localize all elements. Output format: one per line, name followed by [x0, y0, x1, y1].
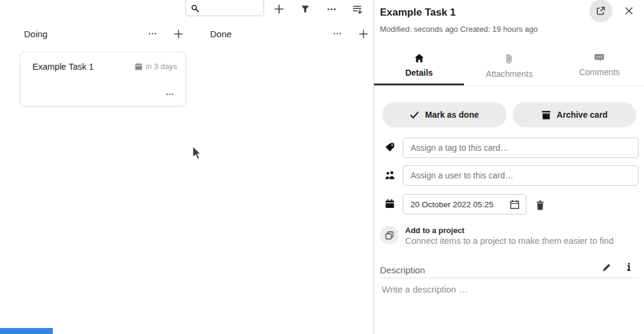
- tab-comments[interactable]: Comments: [555, 48, 644, 85]
- info-icon: [627, 263, 631, 272]
- column-done-menu-button[interactable]: [331, 28, 344, 40]
- archive-card-label: Archive card: [557, 110, 608, 120]
- external-link-icon: [596, 6, 606, 16]
- column-doing-add-button[interactable]: [172, 28, 185, 40]
- check-icon: [410, 111, 419, 119]
- progress-indicator: [0, 328, 53, 334]
- search-box[interactable]: [185, 0, 264, 16]
- add-to-project-subtitle: Connect items to a project to make them …: [405, 236, 613, 246]
- tab-attachments-label: Attachments: [486, 69, 533, 79]
- plus-icon: [358, 29, 369, 39]
- kanban-board: Doing Done Example Task 1 in 3 days: [0, 0, 373, 334]
- mark-as-done-button[interactable]: Mark as done: [382, 102, 507, 127]
- plus-icon: [173, 29, 184, 39]
- pencil-icon: [602, 263, 612, 272]
- column-title-done: Done: [210, 29, 232, 39]
- edit-description-button[interactable]: [600, 261, 614, 274]
- due-date-field[interactable]: 20 October 2022 05:25: [403, 194, 526, 214]
- add-card-button[interactable]: [272, 2, 286, 16]
- add-to-project-row[interactable]: Add to a project Connect items to a proj…: [380, 223, 638, 246]
- project-icon: [380, 226, 399, 244]
- tag-icon: [385, 142, 395, 153]
- archive-icon: [541, 111, 551, 120]
- column-doing-menu-button[interactable]: [146, 28, 159, 40]
- description-divider: [380, 278, 639, 278]
- mouse-cursor: [190, 145, 203, 162]
- description-label: Description: [380, 265, 425, 275]
- users-icon: [385, 171, 396, 180]
- view-options-icon: [352, 4, 363, 14]
- panel-modified-created: Modified: seconds ago Created: 19 hours …: [380, 25, 538, 34]
- remove-due-date-button[interactable]: [532, 198, 548, 212]
- task-card[interactable]: Example Task 1 in 3 days: [20, 52, 186, 106]
- assign-user-input[interactable]: [403, 165, 639, 186]
- tab-attachments[interactable]: Attachments: [464, 48, 554, 85]
- trash-icon: [535, 200, 545, 210]
- view-options-button[interactable]: [350, 2, 364, 16]
- tab-details-label: Details: [405, 68, 433, 77]
- search-icon: [191, 4, 199, 13]
- card-due-label: in 3 days: [146, 62, 177, 71]
- card-due-date: in 3 days: [134, 62, 177, 71]
- description-placeholder[interactable]: Write a description …: [382, 284, 468, 294]
- calendar-icon: [385, 199, 395, 209]
- comment-icon: [594, 53, 604, 62]
- column-done-add-button[interactable]: [357, 28, 370, 40]
- panel-tabs: Details Attachments Comments: [374, 48, 644, 86]
- calendar-icon: [134, 62, 143, 71]
- paperclip-icon: [505, 53, 513, 64]
- ellipsis-icon: [148, 29, 157, 38]
- ellipsis-icon: [327, 4, 337, 14]
- description-info-button[interactable]: [622, 261, 636, 274]
- close-icon: [625, 7, 633, 15]
- column-title-doing: Doing: [24, 29, 47, 39]
- filter-button[interactable]: [298, 2, 312, 16]
- assign-tag-input[interactable]: [403, 138, 639, 158]
- ellipsis-icon: [333, 29, 342, 38]
- panel-title: Example Task 1: [380, 7, 456, 19]
- ellipsis-icon: [165, 90, 175, 99]
- card-menu-button[interactable]: [163, 89, 177, 100]
- card-title: Example Task 1: [32, 62, 94, 71]
- plus-icon: [274, 4, 284, 14]
- close-panel-button[interactable]: [622, 4, 636, 17]
- filter-icon: [301, 5, 310, 14]
- card-detail-panel: Example Task 1 Modified: seconds ago Cre…: [373, 0, 644, 334]
- home-icon: [414, 53, 424, 63]
- board-menu-button[interactable]: [324, 2, 339, 16]
- open-in-window-button[interactable]: [589, 0, 612, 22]
- calendar-picker-icon[interactable]: [510, 199, 520, 210]
- mark-as-done-label: Mark as done: [425, 110, 478, 120]
- due-date-value: 20 October 2022 05:25: [411, 200, 510, 209]
- search-input[interactable]: [202, 1, 260, 13]
- archive-card-button[interactable]: Archive card: [513, 102, 636, 127]
- tab-details[interactable]: Details: [374, 48, 464, 85]
- tab-comments-label: Comments: [579, 67, 620, 77]
- add-to-project-title: Add to a project: [405, 223, 613, 235]
